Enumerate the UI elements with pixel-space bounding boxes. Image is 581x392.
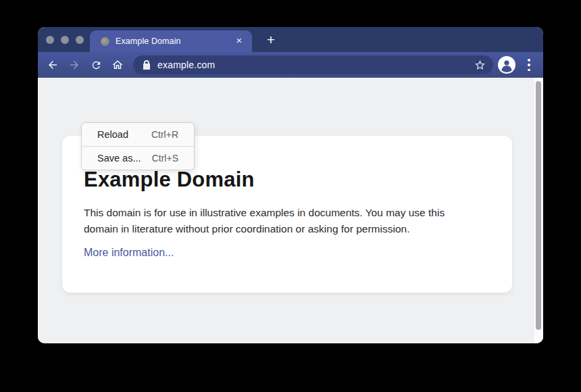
home-button[interactable] (110, 57, 125, 72)
page-viewport: Example Domain This domain is for use in… (38, 78, 543, 343)
traffic-lights (46, 36, 84, 44)
tab-title: Example Domain (116, 36, 233, 46)
back-arrow-icon (47, 59, 59, 71)
forward-button[interactable] (67, 57, 82, 72)
tab-example-domain[interactable]: Example Domain × (90, 30, 252, 52)
dot-icon (528, 69, 530, 72)
scrollbar-thumb[interactable] (536, 81, 541, 330)
titlebar[interactable]: Example Domain × + (38, 27, 543, 52)
reload-button[interactable] (89, 57, 103, 72)
page-title: Example Domain (84, 167, 485, 193)
menu-item-save-as[interactable]: Save as... Ctrl+S (82, 147, 194, 170)
back-button[interactable] (45, 57, 60, 72)
dot-icon (528, 64, 530, 66)
forward-arrow-icon (68, 59, 80, 71)
home-icon (111, 59, 124, 71)
bookmark-star-icon[interactable] (474, 59, 486, 71)
menu-item-label: Reload (97, 129, 128, 140)
browser-menu-button[interactable] (526, 59, 532, 71)
browser-window: Example Domain × + (38, 27, 543, 343)
lock-icon (143, 60, 151, 70)
menu-item-reload[interactable]: Reload Ctrl+R (82, 123, 194, 146)
scrollbar-track[interactable] (534, 78, 543, 343)
new-tab-button[interactable]: + (261, 30, 281, 49)
globe-favicon-icon (101, 37, 109, 46)
minimize-window-button[interactable] (61, 36, 69, 44)
more-information-link[interactable]: More information... (84, 247, 174, 259)
page-paragraph: This domain is for use in illustrative e… (84, 205, 478, 237)
tab-close-icon[interactable]: × (233, 35, 245, 47)
menu-item-shortcut: Ctrl+S (152, 153, 178, 164)
dot-icon (528, 59, 530, 62)
zoom-window-button[interactable] (76, 36, 84, 44)
close-window-button[interactable] (46, 36, 54, 44)
reload-icon (91, 59, 102, 71)
address-bar[interactable]: example.com (133, 55, 493, 74)
toolbar: example.com (38, 52, 543, 78)
profile-avatar-icon[interactable] (498, 56, 515, 74)
url-text[interactable]: example.com (157, 59, 474, 70)
context-menu: Reload Ctrl+R Save as... Ctrl+S (81, 122, 195, 170)
menu-item-shortcut: Ctrl+R (151, 129, 178, 140)
menu-item-label: Save as... (97, 153, 141, 164)
